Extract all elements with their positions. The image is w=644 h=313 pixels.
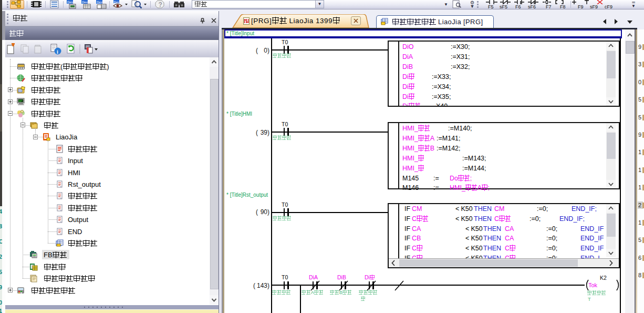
svg-text:Dev: Dev xyxy=(114,1,119,4)
svg-text:Dev: Dev xyxy=(67,1,73,4)
svg-text:?: ? xyxy=(159,1,162,8)
svg-text:i: i xyxy=(57,49,58,55)
svg-text:Dev: Dev xyxy=(82,1,88,4)
svg-text:Dev: Dev xyxy=(97,1,102,4)
